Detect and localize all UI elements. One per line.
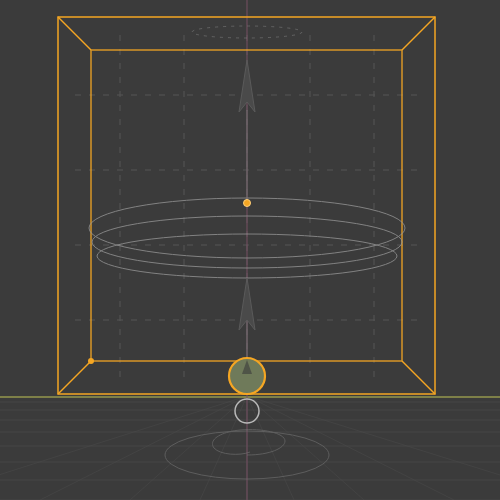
upper-arrow bbox=[239, 60, 255, 200]
svg-line-15 bbox=[247, 396, 454, 500]
svg-line-29 bbox=[402, 17, 435, 50]
camera-icon[interactable] bbox=[229, 358, 265, 394]
3d-viewport[interactable] bbox=[0, 0, 500, 500]
viewport-canvas[interactable] bbox=[0, 0, 500, 500]
svg-line-10 bbox=[130, 396, 247, 500]
svg-line-14 bbox=[247, 396, 364, 500]
svg-line-8 bbox=[0, 396, 247, 500]
svg-line-30 bbox=[58, 361, 91, 394]
svg-line-13 bbox=[247, 396, 294, 500]
object-origin bbox=[244, 200, 251, 207]
svg-line-11 bbox=[200, 396, 247, 500]
floor-grid-radial bbox=[0, 396, 500, 500]
svg-line-31 bbox=[402, 361, 435, 394]
svg-line-28 bbox=[58, 17, 91, 50]
cube-corner-dot bbox=[88, 358, 94, 364]
svg-line-9 bbox=[40, 396, 247, 500]
svg-line-16 bbox=[247, 396, 500, 500]
